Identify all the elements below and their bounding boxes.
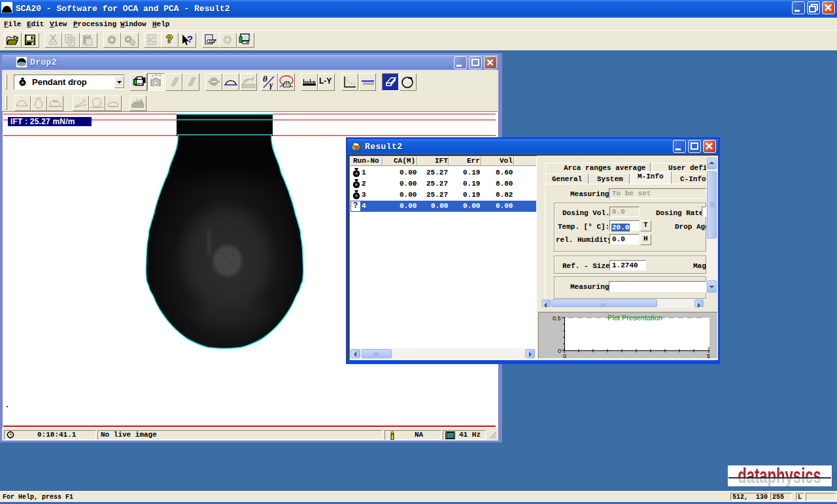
svg-text:γ: γ (269, 80, 273, 90)
svg-text:Plot Presentation: Plot Presentation (607, 314, 662, 322)
svg-text:0: 0 (563, 353, 566, 359)
svg-text:0: 0 (558, 348, 561, 354)
svg-text:0.5: 0.5 (553, 315, 561, 322)
svg-text:θ: θ (263, 74, 267, 84)
svg-text:?: ? (187, 35, 193, 46)
svg-text:5: 5 (707, 353, 710, 359)
